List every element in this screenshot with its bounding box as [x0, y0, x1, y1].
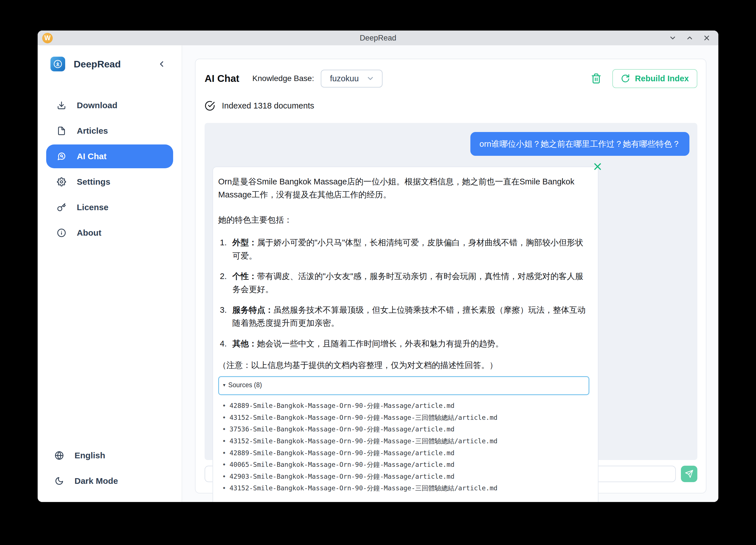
sidebar-item-label: AI Chat: [77, 152, 107, 161]
sidebar-item-articles[interactable]: Articles: [46, 119, 173, 143]
point-label: 其他：: [232, 339, 257, 348]
panel-header: AI Chat Knowledge Base: fuzokuu Rebuild …: [205, 69, 697, 88]
list-number: 2.: [220, 270, 227, 283]
list-number: 3.: [220, 303, 227, 316]
file-icon: [57, 126, 67, 135]
assistant-message: Orn是曼谷Smile Bangkok Massage店的一位小姐。根据文档信息…: [213, 167, 598, 502]
assistant-note: （注意：以上信息均基于提供的文档内容整理，仅为对文档的描述性回答。）: [218, 358, 589, 372]
sidebar-header: DeepRead: [46, 57, 173, 71]
rebuild-index-label: Rebuild Index: [635, 74, 689, 83]
paper-plane-icon: [685, 470, 693, 478]
list-item: 4.其他：她会说一些中文，且随着工作时间增长，外表和魅力有提升的趋势。: [218, 337, 589, 350]
ai-chat-panel: AI Chat Knowledge Base: fuzokuu Rebuild …: [195, 59, 706, 493]
point-text: 她会说一些中文，且随着工作时间增长，外表和魅力有提升的趋势。: [257, 339, 504, 348]
sidebar-item-label: Download: [77, 101, 117, 110]
gear-icon: [57, 177, 67, 187]
point-label: 外型：: [232, 238, 257, 247]
chevron-left-icon: [157, 60, 166, 69]
assistant-message-bubble: Orn是曼谷Smile Bangkok Massage店的一位小姐。根据文档信息…: [213, 167, 598, 502]
sources-list: 42889-Smile-Bangkok-Massage-Orn-90-分鐘-Ma…: [218, 402, 589, 492]
sidebar-item-settings[interactable]: Settings: [46, 170, 173, 194]
sources-label: Sources (8): [228, 380, 262, 390]
sidebar-item-download[interactable]: Download: [46, 94, 173, 117]
list-number: 4.: [220, 337, 227, 350]
knowledge-base-value: fuzokuu: [330, 74, 359, 83]
close-icon: [703, 34, 711, 42]
titlebar: W DeepRead: [38, 31, 718, 45]
assistant-points: 1.外型：属于娇小可爱的"小只马"体型，长相清纯可爱，皮肤偏白，身材曲线不错，胸…: [218, 236, 589, 350]
delete-index-button[interactable]: [591, 73, 602, 84]
list-item: 3.服务特点：虽然服务技术不算最顶级，但女上位骑乘技术不错，擅长素股（摩擦）玩法…: [218, 303, 589, 330]
chevron-down-icon: [669, 34, 677, 42]
sidebar: DeepRead Download Articles AI Chat: [38, 45, 182, 502]
x-icon: [593, 162, 602, 171]
minimize-button[interactable]: [668, 34, 677, 42]
chevron-down-icon: [366, 74, 375, 83]
index-status-text: Indexed 1318 documents: [222, 101, 314, 111]
download-icon: [57, 101, 67, 110]
chevron-up-icon: [686, 34, 694, 42]
knowledge-base-label: Knowledge Base:: [252, 74, 314, 83]
main-area: AI Chat Knowledge Base: fuzokuu Rebuild …: [182, 45, 718, 502]
chat-search-icon: [57, 152, 67, 161]
sidebar-nav: Download Articles AI Chat Settings Licen…: [46, 94, 173, 247]
app-logo-icon: [50, 57, 65, 71]
sidebar-collapse-button[interactable]: [157, 60, 166, 69]
trash-icon: [591, 73, 602, 84]
send-button[interactable]: [681, 466, 697, 482]
sidebar-item-label: About: [77, 228, 101, 238]
point-label: 个性：: [232, 272, 257, 281]
app-window: W DeepRead DeepRead Download: [38, 31, 718, 502]
check-circle-icon: [205, 101, 215, 111]
key-icon: [57, 203, 67, 212]
point-label: 服务特点：: [232, 305, 273, 314]
moon-icon: [55, 476, 64, 485]
globe-icon: [55, 451, 64, 460]
source-item: 43152-Smile-Bangkok-Massage-Orn-90-分鐘-Ma…: [218, 437, 589, 445]
info-icon: [57, 228, 67, 238]
dark-mode-label: Dark Mode: [75, 476, 118, 486]
header-actions: Rebuild Index: [591, 69, 697, 88]
source-item: 43152-Smile-Bangkok-Massage-Orn-90-分鐘-Ma…: [218, 484, 589, 492]
sidebar-item-license[interactable]: License: [46, 196, 173, 219]
sidebar-item-label: Settings: [77, 177, 110, 187]
list-number: 1.: [220, 236, 227, 249]
point-text: 带有调皮、活泼的"小女友"感，服务时互动亲切，有时会玩闹，真性情，对感觉对的客人…: [232, 272, 583, 294]
assistant-intro: Orn是曼谷Smile Bangkok Massage店的一位小姐。根据文档信息…: [218, 175, 589, 202]
source-item: 37536-Smile-Bangkok-Massage-Orn-90-分鐘-Ma…: [218, 425, 589, 433]
index-status: Indexed 1318 documents: [205, 101, 697, 111]
source-item: 42903-Smile-Bangkok-Massage-Orn-90-分鐘-Ma…: [218, 473, 589, 481]
chat-messages: orn谁哪位小姐？她之前在哪里工作过？她有哪些特色？ Orn是曼谷Smile B…: [205, 123, 697, 460]
sidebar-item-about[interactable]: About: [46, 221, 173, 245]
rebuild-index-button[interactable]: Rebuild Index: [612, 69, 697, 88]
sidebar-item-label: Articles: [77, 126, 108, 136]
app-name: DeepRead: [74, 59, 121, 70]
sources-toggle[interactable]: ▾ Sources (8): [218, 376, 589, 395]
assistant-lead: 她的特色主要包括：: [218, 213, 589, 226]
knowledge-base-select[interactable]: fuzokuu: [321, 70, 383, 88]
page-title: AI Chat: [205, 73, 239, 84]
dark-mode-toggle[interactable]: Dark Mode: [46, 469, 173, 493]
triangle-down-icon: ▾: [223, 381, 226, 389]
source-item: 42889-Smile-Bangkok-Massage-Orn-90-分鐘-Ma…: [218, 449, 589, 457]
language-label: English: [75, 451, 105, 460]
point-text: 属于娇小可爱的"小只马"体型，长相清纯可爱，皮肤偏白，身材曲线不错，胸部较小但形…: [232, 238, 583, 260]
source-item: 42889-Smile-Bangkok-Massage-Orn-90-分鐘-Ma…: [218, 402, 589, 410]
list-item: 1.外型：属于娇小可爱的"小只马"体型，长相清纯可爱，皮肤偏白，身材曲线不错，胸…: [218, 236, 589, 262]
close-button[interactable]: [702, 34, 711, 42]
list-item: 2.个性：带有调皮、活泼的"小女友"感，服务时互动亲切，有时会玩闹，真性情，对感…: [218, 270, 589, 296]
source-item: 40065-Smile-Bangkok-Massage-Orn-90-分鐘-Ma…: [218, 461, 589, 469]
window-controls: [668, 31, 711, 45]
sidebar-item-label: License: [77, 203, 109, 212]
source-item: 43152-Smile-Bangkok-Massage-Orn-90-分鐘-Ma…: [218, 414, 589, 422]
user-message-bubble: orn谁哪位小姐？她之前在哪里工作过？她有哪些特色？: [470, 132, 689, 156]
language-toggle[interactable]: English: [46, 444, 173, 467]
maximize-button[interactable]: [685, 34, 694, 42]
dismiss-message-button[interactable]: [593, 162, 602, 171]
sidebar-footer: English Dark Mode: [46, 444, 173, 495]
refresh-icon: [621, 74, 630, 83]
point-text: 虽然服务技术不算最顶级，但女上位骑乘技术不错，擅长素股（摩擦）玩法，整体互动随着…: [232, 305, 586, 327]
window-title: DeepRead: [38, 34, 718, 43]
sidebar-item-ai-chat[interactable]: AI Chat: [46, 145, 173, 168]
